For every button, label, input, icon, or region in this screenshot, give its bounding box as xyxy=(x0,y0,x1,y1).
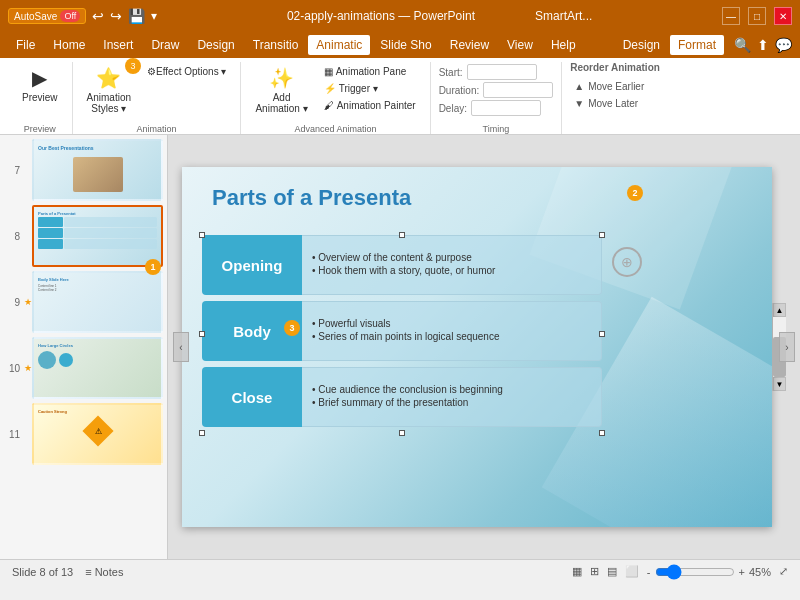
slide-canvas-area: ‹ Parts of a Presenta 2 xyxy=(168,135,800,559)
menu-view[interactable]: View xyxy=(499,35,541,55)
slide-item-7[interactable]: 7 Our Best Presentations xyxy=(4,139,163,201)
minimize-button[interactable]: — xyxy=(722,7,740,25)
share-icon[interactable]: ⬆ xyxy=(757,37,769,53)
handle-tr[interactable] xyxy=(599,232,605,238)
nav-arrow-right[interactable]: › xyxy=(779,332,795,362)
slide-number-9: 9 xyxy=(4,297,20,308)
menu-smartart-design[interactable]: Design xyxy=(615,35,668,55)
zoom-out-button[interactable]: - xyxy=(647,566,651,578)
delay-label: Delay: xyxy=(439,103,467,114)
slide-item-10[interactable]: 10 ★ How Large Circles xyxy=(4,337,163,399)
ribbon-reorder-group: Reorder Animation ▲ Move Earlier ▼ Move … xyxy=(562,62,668,134)
handle-bl[interactable] xyxy=(199,430,205,436)
slide-thumb-9[interactable]: Body Slide Here Content line 1Content li… xyxy=(32,271,163,333)
menu-transitions[interactable]: Transitio xyxy=(245,35,307,55)
handle-ml[interactable] xyxy=(199,331,205,337)
move-earlier-icon: ▲ xyxy=(574,81,584,92)
badge-3[interactable]: 3 xyxy=(284,320,300,336)
smartart-icon: ⊕ xyxy=(612,247,642,277)
sa-bullet-close-1: Cue audience the conclusion is beginning xyxy=(312,384,591,395)
animation-styles-button[interactable]: ⭐ AnimationStyles ▾ 3 xyxy=(81,62,137,118)
autosave-label: AutoSave xyxy=(14,11,57,22)
sa-label-opening: Opening xyxy=(202,235,302,295)
animation-group-label: Animation xyxy=(81,122,233,134)
menu-draw[interactable]: Draw xyxy=(143,35,187,55)
advanced-group-label: Advanced Animation xyxy=(249,122,421,134)
zoom-slider-input[interactable] xyxy=(655,564,735,580)
preview-button[interactable]: ▶ Preview xyxy=(16,62,64,107)
slides-panel[interactable]: 7 Our Best Presentations 8 Parts of a Pr… xyxy=(0,135,168,559)
autosave-toggle[interactable]: AutoSave Off xyxy=(8,8,86,24)
scrollbar-down[interactable]: ▼ xyxy=(773,377,786,391)
scrollbar-up[interactable]: ▲ xyxy=(773,303,786,317)
pane-icon: ▦ xyxy=(324,66,333,77)
menu-help[interactable]: Help xyxy=(543,35,584,55)
slide-number-8: 8 xyxy=(4,231,20,242)
sa-content-opening: Overview of the content & purpose Hook t… xyxy=(302,235,602,295)
menu-animations[interactable]: Animatic xyxy=(308,35,370,55)
menu-file[interactable]: File xyxy=(8,35,43,55)
sa-bullet-opening-2: Hook them with a story, quote, or humor xyxy=(312,265,591,276)
menu-insert[interactable]: Insert xyxy=(95,35,141,55)
ribbon-advanced-group: ✨ AddAnimation ▾ ▦ Animation Pane ⚡ Trig… xyxy=(241,62,430,134)
menu-review[interactable]: Review xyxy=(442,35,497,55)
animation-pane-button[interactable]: ▦ Animation Pane xyxy=(318,64,422,79)
menu-format[interactable]: Format xyxy=(670,35,724,55)
menu-design[interactable]: Design xyxy=(189,35,242,55)
zoom-value: 45% xyxy=(749,566,771,578)
ribbon-timing-group: Start: Duration: Delay: Timing xyxy=(431,62,563,134)
notes-button[interactable]: ≡ Notes xyxy=(85,566,123,578)
smartart-row-opening: Opening Overview of the content & purpos… xyxy=(202,235,602,295)
zoom-control: - + 45% xyxy=(647,564,771,580)
move-later-button[interactable]: ▼ Move Later xyxy=(570,96,660,111)
timing-delay-row: Delay: xyxy=(439,100,554,116)
slide-thumb-8[interactable]: Parts of a Presentat xyxy=(32,205,163,267)
reorder-buttons: Reorder Animation ▲ Move Earlier ▼ Move … xyxy=(570,62,660,111)
smartart-container[interactable]: Opening Overview of the content & purpos… xyxy=(202,235,602,433)
comment-icon[interactable]: 💬 xyxy=(775,37,792,53)
animation-styles-icon: ⭐ xyxy=(96,66,121,90)
zoom-in-button[interactable]: + xyxy=(739,566,745,578)
handle-br[interactable] xyxy=(599,430,605,436)
badge-1[interactable]: 1 xyxy=(145,259,161,275)
move-earlier-button[interactable]: ▲ Move Earlier xyxy=(570,79,660,94)
redo-icon[interactable]: ↪ xyxy=(110,8,122,24)
delay-input[interactable] xyxy=(471,100,541,116)
slide7-title: Our Best Presentations xyxy=(38,145,157,151)
badge-2[interactable]: 2 xyxy=(627,185,643,201)
view-reading-icon[interactable]: ▤ xyxy=(607,565,617,578)
slide-item-11[interactable]: 11 Caution Strong ⚠ xyxy=(4,403,163,465)
slide-item-9[interactable]: 9 ★ Body Slide Here Content line 1Conten… xyxy=(4,271,163,333)
notes-icon: ≡ xyxy=(85,566,91,578)
search-icon[interactable]: 🔍 xyxy=(734,37,751,53)
handle-tm[interactable] xyxy=(399,232,405,238)
menu-slideshow[interactable]: Slide Sho xyxy=(372,35,439,55)
slide-thumb-7[interactable]: Our Best Presentations xyxy=(32,139,163,201)
close-button[interactable]: ✕ xyxy=(774,7,792,25)
view-slidesorter-icon[interactable]: ⊞ xyxy=(590,565,599,578)
view-normal-icon[interactable]: ▦ xyxy=(572,565,582,578)
undo-icon[interactable]: ↩ xyxy=(92,8,104,24)
slide-thumb-10[interactable]: How Large Circles xyxy=(32,337,163,399)
menu-bar: File Home Insert Draw Design Transitio A… xyxy=(0,32,800,58)
save-icon[interactable]: 💾 xyxy=(128,8,145,24)
fit-window-button[interactable]: ⤢ xyxy=(779,565,788,578)
start-input[interactable] xyxy=(467,64,537,80)
duration-input[interactable] xyxy=(483,82,553,98)
handle-tl[interactable] xyxy=(199,232,205,238)
view-presentation-icon[interactable]: ⬜ xyxy=(625,565,639,578)
effect-options-button[interactable]: ⚙ Effect Options ▾ xyxy=(141,64,232,79)
maximize-button[interactable]: □ xyxy=(748,7,766,25)
trigger-button[interactable]: ⚡ Trigger ▾ xyxy=(318,81,422,96)
slide-item-8[interactable]: 8 Parts of a Presentat xyxy=(4,205,163,267)
animation-small-group: ⚙ Effect Options ▾ xyxy=(141,64,232,79)
animation-painter-button[interactable]: 🖌 Animation Painter xyxy=(318,98,422,113)
main-area: 7 Our Best Presentations 8 Parts of a Pr… xyxy=(0,135,800,559)
nav-arrow-left[interactable]: ‹ xyxy=(173,332,189,362)
slide-thumb-11[interactable]: Caution Strong ⚠ xyxy=(32,403,163,465)
menu-home[interactable]: Home xyxy=(45,35,93,55)
slide-number-7: 7 xyxy=(4,165,20,176)
handle-bm[interactable] xyxy=(399,430,405,436)
handle-mr[interactable] xyxy=(599,331,605,337)
add-animation-button[interactable]: ✨ AddAnimation ▾ xyxy=(249,62,313,118)
